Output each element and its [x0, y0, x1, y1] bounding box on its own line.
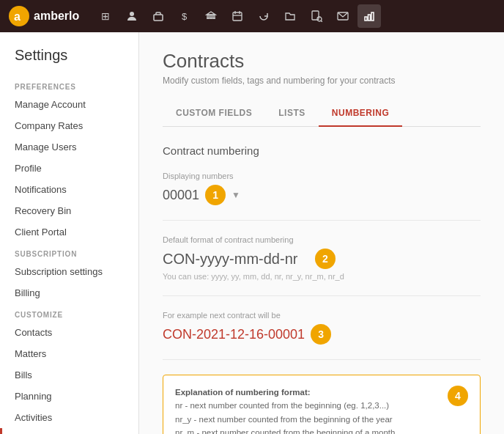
svg-point-15 — [317, 17, 322, 21]
sidebar-section-subscription: SUBSCRIPTION Subscription settings Billi… — [0, 243, 138, 304]
svg-rect-2 — [130, 12, 134, 16]
svg-line-16 — [321, 21, 322, 22]
sidebar-item-contacts[interactable]: Contacts — [0, 322, 138, 343]
displaying-numbers-field: Displaying numbers 00001 1 ▼ — [163, 172, 481, 221]
page-title: Contracts — [163, 50, 481, 73]
svg-rect-19 — [368, 15, 371, 21]
svg-rect-6 — [207, 15, 209, 18]
dollar-nav-icon[interactable]: $ — [173, 4, 196, 28]
sidebar-item-notifications[interactable]: Notifications — [0, 179, 138, 200]
info-line-1: nr_y - next number counted from the begi… — [175, 415, 393, 424]
bank-nav-icon[interactable] — [199, 4, 223, 28]
section-title: Contract numbering — [163, 144, 481, 157]
sidebar-item-contracts[interactable]: Contracts — [0, 428, 138, 434]
sidebar-item-planning[interactable]: Planning — [0, 386, 138, 407]
next-contract-text: CON-2021-12-16-00001 — [163, 327, 305, 342]
sidebar-item-company-rates[interactable]: Company Rates — [0, 115, 138, 136]
sidebar-item-subscription-settings[interactable]: Subscription settings — [0, 261, 138, 282]
svg-rect-20 — [371, 12, 374, 21]
svg-text:$: $ — [182, 11, 188, 22]
sidebar-section-preferences: PREFERENCES Manage Account Company Rates… — [0, 76, 138, 243]
step-badge-2: 2 — [315, 249, 336, 269]
top-nav-icons: ⊞ $ — [94, 4, 495, 28]
info-box: Explanation of numbering format: nr - ne… — [163, 375, 481, 434]
customize-section-label: CUSTOMIZE — [0, 304, 138, 322]
sidebar-item-manage-account[interactable]: Manage Account — [0, 94, 138, 115]
tab-numbering[interactable]: NUMBERING — [319, 100, 403, 127]
grid-nav-icon[interactable]: ⊞ — [94, 4, 117, 28]
info-box-content: Explanation of numbering format: nr - ne… — [175, 386, 433, 434]
sidebar-item-client-portal[interactable]: Client Portal — [0, 221, 138, 243]
info-box-title: Explanation of numbering format: — [175, 388, 311, 397]
next-contract-value-row: CON-2021-12-16-00001 3 — [163, 324, 481, 345]
logo-icon: a — [9, 6, 29, 26]
sidebar-section-customize: CUSTOMIZE Contacts Matters Bills Plannin… — [0, 304, 138, 434]
sidebar-title: Settings — [0, 47, 138, 76]
refresh-nav-icon[interactable] — [252, 4, 275, 28]
tab-custom-fields[interactable]: CUSTOM FIELDS — [163, 100, 265, 127]
default-format-hint: You can use: yyyy, yy, mm, dd, nr, nr_y,… — [163, 272, 481, 281]
svg-text:a: a — [14, 10, 21, 23]
step-badge-3: 3 — [311, 324, 331, 345]
app-logo[interactable]: a amberlo — [9, 6, 79, 26]
chart-nav-icon[interactable] — [357, 4, 381, 28]
svg-rect-10 — [233, 12, 242, 21]
search-doc-nav-icon[interactable] — [305, 4, 328, 28]
step-badge-1: 1 — [205, 185, 226, 205]
displaying-numbers-value: 00001 1 ▼ — [163, 185, 481, 205]
svg-rect-8 — [213, 15, 215, 18]
app-name: amberlo — [34, 10, 79, 23]
svg-rect-18 — [365, 17, 367, 21]
sidebar-item-manage-users[interactable]: Manage Users — [0, 136, 138, 158]
svg-rect-7 — [210, 15, 212, 18]
main-layout: Settings PREFERENCES Manage Account Comp… — [0, 32, 504, 434]
displaying-numbers-text: 00001 — [163, 188, 199, 203]
displaying-numbers-label: Displaying numbers — [163, 172, 481, 180]
info-line-0: nr - next number counted from the beginn… — [175, 401, 389, 410]
step-badge-4: 4 — [448, 386, 468, 406]
default-format-field: Default format of contract numbering CON… — [163, 235, 481, 296]
default-format-value-row: CON-yyyy-mm-dd-nr 2 — [163, 249, 481, 269]
default-format-text[interactable]: CON-yyyy-mm-dd-nr — [163, 251, 309, 268]
top-navigation: a amberlo ⊞ $ — [0, 0, 504, 32]
main-content: Contracts Modify custom fields, tags and… — [139, 32, 504, 434]
next-contract-field: For example next contract will be CON-20… — [163, 311, 481, 360]
info-box-step-area: 4 — [442, 386, 468, 406]
briefcase-nav-icon[interactable] — [147, 4, 170, 28]
folder-nav-icon[interactable] — [278, 4, 302, 28]
info-line-2: nr_m - next number counted from the begi… — [175, 428, 395, 434]
page-subtitle: Modify custom fields, tags and numbering… — [163, 76, 481, 86]
info-box-body: Explanation of numbering format: nr - ne… — [175, 386, 433, 434]
subscription-section-label: SUBSCRIPTION — [0, 243, 138, 261]
sidebar-item-billing[interactable]: Billing — [0, 282, 138, 304]
tab-lists[interactable]: LISTS — [265, 100, 319, 127]
email-nav-icon[interactable] — [331, 4, 355, 28]
default-format-label: Default format of contract numbering — [163, 235, 481, 244]
sidebar-item-bills[interactable]: Bills — [0, 364, 138, 386]
sidebar-item-matters[interactable]: Matters — [0, 343, 138, 364]
sidebar-item-recovery-bin[interactable]: Recovery Bin — [0, 200, 138, 221]
tab-bar: CUSTOM FIELDS LISTS NUMBERING — [163, 100, 481, 127]
next-contract-label: For example next contract will be — [163, 311, 481, 320]
sidebar-item-profile[interactable]: Profile — [0, 158, 138, 179]
svg-rect-3 — [154, 15, 163, 21]
sidebar: Settings PREFERENCES Manage Account Comp… — [0, 32, 139, 434]
calendar-nav-icon[interactable] — [226, 4, 249, 28]
sidebar-item-activities[interactable]: Activities — [0, 407, 138, 428]
select-arrow-icon[interactable]: ▼ — [231, 190, 240, 200]
contacts-nav-icon[interactable] — [120, 4, 144, 28]
preferences-section-label: PREFERENCES — [0, 76, 138, 94]
